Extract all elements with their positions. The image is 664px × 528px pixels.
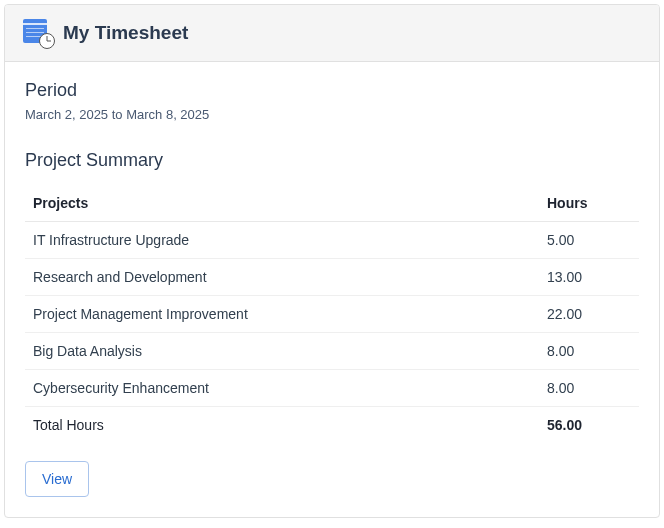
table-row: Big Data Analysis 8.00 — [25, 333, 639, 370]
table-row: Research and Development 13.00 — [25, 259, 639, 296]
table-header-row: Projects Hours — [25, 185, 639, 222]
card-body: Period March 2, 2025 to March 8, 2025 Pr… — [5, 62, 659, 517]
project-hours-cell: 8.00 — [539, 333, 639, 370]
project-hours-cell: 5.00 — [539, 222, 639, 259]
card-title: My Timesheet — [63, 22, 188, 44]
summary-title: Project Summary — [25, 150, 639, 171]
projects-column-header: Projects — [25, 185, 539, 222]
hours-column-header: Hours — [539, 185, 639, 222]
project-hours-cell: 8.00 — [539, 370, 639, 407]
project-name-cell: Project Management Improvement — [25, 296, 539, 333]
period-range: March 2, 2025 to March 8, 2025 — [25, 107, 639, 122]
card-header: My Timesheet — [5, 5, 659, 62]
table-row: Project Management Improvement 22.00 — [25, 296, 639, 333]
project-name-cell: IT Infrastructure Upgrade — [25, 222, 539, 259]
project-hours-cell: 13.00 — [539, 259, 639, 296]
table-row: Cybersecurity Enhancement 8.00 — [25, 370, 639, 407]
total-label-cell: Total Hours — [25, 407, 539, 444]
project-name-cell: Cybersecurity Enhancement — [25, 370, 539, 407]
table-row: IT Infrastructure Upgrade 5.00 — [25, 222, 639, 259]
period-label: Period — [25, 80, 639, 101]
timesheet-card: My Timesheet Period March 2, 2025 to Mar… — [4, 4, 660, 518]
project-summary-table: Projects Hours IT Infrastructure Upgrade… — [25, 185, 639, 443]
project-name-cell: Big Data Analysis — [25, 333, 539, 370]
view-button[interactable]: View — [25, 461, 89, 497]
project-name-cell: Research and Development — [25, 259, 539, 296]
project-hours-cell: 22.00 — [539, 296, 639, 333]
summary-tbody: IT Infrastructure Upgrade 5.00 Research … — [25, 222, 639, 444]
total-row: Total Hours 56.00 — [25, 407, 639, 444]
timesheet-icon — [23, 19, 51, 47]
total-hours-cell: 56.00 — [539, 407, 639, 444]
